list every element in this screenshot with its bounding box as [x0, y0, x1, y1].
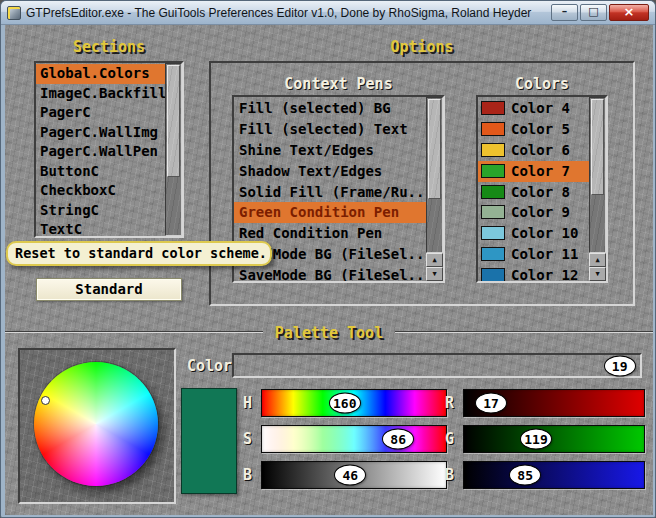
- scroll-up-button[interactable]: ▲: [426, 253, 443, 267]
- colors-scrollbar[interactable]: ▲ ▼: [589, 97, 606, 281]
- section-item[interactable]: Global.Colors: [36, 64, 165, 84]
- section-item[interactable]: ImageC.Backfill: [36, 84, 165, 104]
- context-pen-item-label: Green Condition Pen: [239, 204, 399, 220]
- section-item-label: PagerC: [40, 104, 91, 120]
- slider-knob[interactable]: 160: [329, 393, 361, 414]
- scroll-up-icon: ▲: [595, 256, 599, 264]
- context-pen-item[interactable]: Shine Text/Edges: [234, 140, 426, 161]
- tooltip-text: Reset to standard color scheme.: [15, 245, 267, 261]
- context-pen-item[interactable]: Green Condition Pen: [234, 202, 426, 223]
- hsb-slider[interactable]: 46: [261, 461, 447, 489]
- color-item-swatch: [481, 226, 505, 240]
- scroll-up-icon: ▲: [432, 256, 436, 264]
- color-index-label: Color: [187, 357, 232, 375]
- rgb-slider-row: G 119: [445, 425, 645, 453]
- minimize-button[interactable]: –: [551, 4, 578, 21]
- section-item[interactable]: PagerC.WallImg: [36, 123, 165, 143]
- section-item[interactable]: PagerC.WallPen: [36, 142, 165, 162]
- section-item[interactable]: CheckboxC: [36, 181, 165, 201]
- scroll-down-button[interactable]: ▼: [589, 267, 606, 281]
- color-item-label: Color 8: [511, 184, 570, 200]
- scrollbar-track[interactable]: [426, 97, 443, 253]
- colors-heading: Colors: [476, 75, 608, 93]
- section-item[interactable]: TextC: [36, 220, 165, 236]
- slider-knob[interactable]: 17: [475, 393, 507, 414]
- scroll-up-button[interactable]: ▲: [589, 253, 606, 267]
- rgb-slider[interactable]: 17: [463, 389, 645, 417]
- hsb-slider-row: S 86: [243, 425, 447, 453]
- slider-knob[interactable]: 119: [520, 429, 552, 450]
- app-icon: [7, 6, 21, 20]
- tooltip: Reset to standard color scheme.: [6, 241, 272, 266]
- context-pens-heading: Context Pens: [232, 75, 445, 93]
- context-pen-item-label: Fill (selected) Text: [239, 121, 408, 137]
- color-item[interactable]: Color 12: [478, 265, 589, 281]
- color-item-label: Color 10: [511, 225, 578, 241]
- pens-scrollbar[interactable]: ▲ ▼: [426, 97, 443, 281]
- scrollbar-track[interactable]: [165, 63, 182, 236]
- palette-divider: Palette Tool: [5, 331, 653, 333]
- sections-scrollbar[interactable]: [165, 63, 182, 236]
- section-item[interactable]: ButtonC: [36, 162, 165, 182]
- slider-knob[interactable]: 46: [334, 465, 366, 486]
- color-item-swatch: [481, 143, 505, 157]
- color-item[interactable]: Color 9: [478, 202, 589, 223]
- context-pen-item[interactable]: Shadow Text/Edges: [234, 161, 426, 182]
- scrollbar-thumb[interactable]: [167, 65, 180, 177]
- context-pen-item[interactable]: Fill (selected) Text: [234, 119, 426, 140]
- section-item[interactable]: StringC: [36, 201, 165, 221]
- color-wheel[interactable]: [34, 362, 158, 486]
- scroll-down-icon: ▼: [595, 270, 599, 278]
- color-item[interactable]: Color 8: [478, 182, 589, 203]
- context-pen-item[interactable]: SaveMode BG (FileSel...: [234, 265, 426, 281]
- slider-label: G: [445, 430, 459, 448]
- colors-items: Color 4 Color 5 Color 6 Color 7: [478, 97, 589, 281]
- options-group: Context Pens Colors Fill (selected) BG F…: [209, 61, 635, 306]
- context-pen-item-label: Fill (selected) BG: [239, 100, 391, 116]
- hsb-slider[interactable]: 86: [261, 425, 447, 453]
- slider-knob[interactable]: 19: [604, 355, 636, 376]
- color-item[interactable]: Color 11: [478, 244, 589, 265]
- scrollbar-thumb[interactable]: [591, 99, 604, 195]
- color-item-label: Color 4: [511, 100, 570, 116]
- maximize-button[interactable]: □: [580, 4, 607, 21]
- color-item[interactable]: Color 7: [478, 161, 589, 182]
- hsb-slider-row: B 46: [243, 461, 447, 489]
- caption-buttons: – □ ×: [551, 4, 649, 21]
- color-item-swatch: [481, 185, 505, 199]
- standard-button[interactable]: Standard: [36, 278, 182, 301]
- color-item[interactable]: Color 6: [478, 140, 589, 161]
- section-item[interactable]: PagerC: [36, 103, 165, 123]
- color-item-swatch: [481, 268, 505, 281]
- context-pen-item[interactable]: Solid Fill (Frame/Ru...: [234, 182, 426, 203]
- slider-knob[interactable]: 85: [509, 465, 541, 486]
- slider-knob[interactable]: 86: [382, 429, 414, 450]
- palette-tool-heading: Palette Tool: [263, 324, 395, 342]
- colors-listbox: Color 4 Color 5 Color 6 Color 7: [476, 95, 608, 283]
- color-item-swatch: [481, 122, 505, 136]
- color-item[interactable]: Color 4: [478, 98, 589, 119]
- color-item[interactable]: Color 10: [478, 223, 589, 244]
- section-item-label: Global.Colors: [40, 65, 150, 81]
- hsb-slider[interactable]: 160: [261, 389, 447, 417]
- title-bar[interactable]: GTPrefsEditor.exe - The GuiTools Prefere…: [1, 1, 655, 25]
- color-item-label: Color 11: [511, 246, 578, 262]
- context-pen-item[interactable]: Fill (selected) BG: [234, 98, 426, 119]
- color-item[interactable]: Color 5: [478, 119, 589, 140]
- close-button[interactable]: ×: [609, 4, 649, 21]
- wheel-marker[interactable]: [41, 396, 50, 405]
- rgb-slider-row: R 17: [445, 389, 645, 417]
- scrollbar-track[interactable]: [589, 97, 606, 253]
- color-item-label: Color 6: [511, 142, 570, 158]
- scroll-down-button[interactable]: ▼: [426, 267, 443, 281]
- scrollbar-thumb[interactable]: [428, 99, 441, 199]
- scroll-down-icon: ▼: [432, 270, 436, 278]
- rgb-slider[interactable]: 85: [463, 461, 645, 489]
- slider-label: S: [243, 430, 257, 448]
- rgb-slider[interactable]: 119: [463, 425, 645, 453]
- color-item-label: Color 7: [511, 163, 570, 179]
- context-pen-item-label: SaveMode BG (FileSel...: [239, 267, 426, 281]
- color-index-slider[interactable]: 19: [232, 353, 642, 378]
- hsb-sliders: H 160 S 86 B 46: [243, 389, 447, 497]
- context-pen-item-label: Shine Text/Edges: [239, 142, 374, 158]
